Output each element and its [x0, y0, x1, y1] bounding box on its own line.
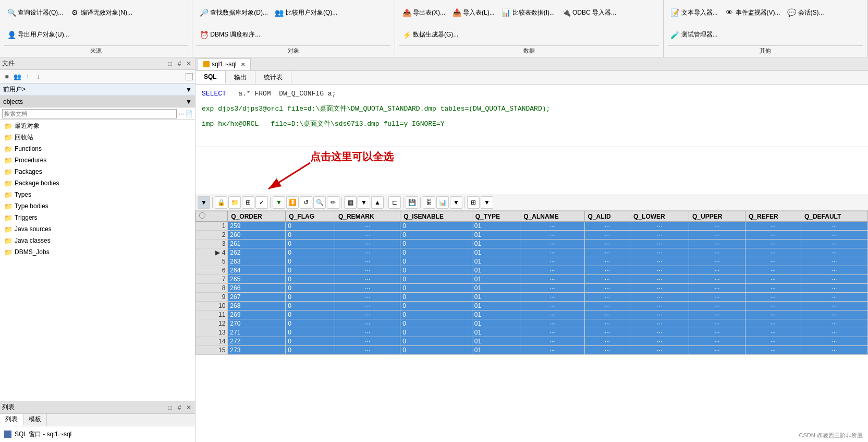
col-q-lower[interactable]: Q_LOWER: [630, 211, 689, 222]
table-row[interactable]: 8 266 0 ··· 0 01 ··· ··· ··· ··· ··· ···: [196, 284, 868, 293]
table-row[interactable]: 6 264 0 ··· 0 01 ··· ··· ··· ··· ··· ···: [196, 266, 868, 275]
clear-btn[interactable]: ✏: [327, 196, 339, 209]
down-bottom-btn[interactable]: ⏬: [286, 196, 299, 209]
new-btn[interactable]: ■: [2, 72, 11, 81]
col-q-default[interactable]: Q_DEFAULT: [801, 211, 867, 222]
tree-item-types[interactable]: 📁 Types: [0, 189, 195, 200]
test-manager-btn[interactable]: 🧪 测试管理器...: [668, 25, 721, 46]
import-table-btn[interactable]: 📥 导入表(L)...: [449, 2, 498, 23]
tree-item-type-bodies[interactable]: 📁 Type bodies: [0, 200, 195, 212]
check-btn[interactable]: ✓: [255, 196, 268, 209]
tree-item-functions[interactable]: 📁 Functions: [0, 143, 195, 154]
tree-item-java-classes[interactable]: 📁 Java classes: [0, 235, 195, 246]
tab-sql[interactable]: SQL: [195, 71, 226, 84]
col-q-alname[interactable]: Q_ALNAME: [520, 211, 584, 222]
left-bottom-minimize-btn[interactable]: □: [166, 403, 174, 412]
col-q-isenable[interactable]: Q_ISENABLE: [400, 211, 472, 222]
table-row[interactable]: 1 259 0 ··· 0 01 ··· ··· ··· ··· ··· ···: [196, 222, 868, 231]
odbc-import-btn[interactable]: 🔌 ODBC 导入器...: [559, 2, 619, 23]
tree-item-triggers[interactable]: 📁 Triggers: [0, 212, 195, 223]
query-designer-btn[interactable]: 🔍 查询设计器(Q)...: [4, 2, 66, 23]
session-btn[interactable]: 💬 会话(S)...: [785, 2, 827, 23]
grid-btn[interactable]: ▦: [344, 196, 357, 209]
col-select[interactable]: [196, 211, 228, 222]
col-q-alid[interactable]: Q_ALID: [584, 211, 630, 222]
table-row[interactable]: 13 271 0 ··· 0 01 ··· ··· ··· ··· ··· ··…: [196, 328, 868, 337]
table-row[interactable]: 12 270 0 ··· 0 01 ··· ··· ··· ··· ··· ··…: [196, 319, 868, 328]
grid-nav-btn[interactable]: ▼: [198, 196, 210, 209]
sql-editor[interactable]: SELECT a.* FROM DW_Q_CONFIG a; exp djps3…: [195, 85, 868, 147]
table-row[interactable]: 7 265 0 ··· 0 01 ··· ··· ··· ··· ··· ···: [196, 275, 868, 284]
tab-statistics[interactable]: 统计表: [255, 71, 291, 84]
tree-item-java-sources[interactable]: 📁 Java sources: [0, 223, 195, 235]
search-input[interactable]: [2, 109, 177, 118]
up-arrow2-btn[interactable]: ▲: [371, 196, 384, 209]
down-arrow-btn[interactable]: ▼: [273, 196, 285, 209]
left-panel-minimize-btn[interactable]: □: [166, 59, 174, 68]
search-btn[interactable]: ···: [179, 110, 184, 117]
up-btn[interactable]: ↑: [23, 72, 32, 81]
dbms-scheduler-btn[interactable]: ⏰ DBMS 调度程序...: [197, 25, 263, 46]
connect-btn[interactable]: ⊏: [388, 196, 401, 209]
table-row[interactable]: 3 261 0 ··· 0 01 ··· ··· ··· ··· ··· ···: [196, 240, 868, 248]
lock-btn[interactable]: 🔒: [215, 196, 227, 209]
event-monitor-btn[interactable]: 👁 事件监视器(V)...: [722, 2, 784, 23]
tree-item-package-bodies[interactable]: 📁 Package bodies: [0, 177, 195, 189]
tab-list[interactable]: 列表: [0, 414, 23, 426]
left-panel-pin-btn[interactable]: #: [175, 59, 184, 68]
export-user-objects-btn[interactable]: 👤 导出用户对象(U)...: [4, 25, 72, 46]
filter-btn[interactable]: ⊞: [242, 196, 254, 209]
tree-item-packages[interactable]: 📁 Packages: [0, 166, 195, 177]
refresh-btn[interactable]: ↺: [300, 196, 312, 209]
table-row[interactable]: 9 267 0 ··· 0 01 ··· ··· ··· ··· ··· ···: [196, 293, 868, 302]
toggle-btn[interactable]: [186, 73, 193, 80]
export-table-btn[interactable]: 📤 导出表(X)...: [399, 2, 448, 23]
chart-btn[interactable]: 📊: [436, 196, 449, 209]
doc-tab-close-btn[interactable]: ✕: [241, 62, 245, 67]
table-row[interactable]: ▶ 4 262 0 ··· 0 01 ··· ··· ··· ··· ··· ·…: [196, 248, 868, 257]
left-panel-close-btn[interactable]: ✕: [185, 59, 193, 68]
data-generator-btn[interactable]: ⚡ 数据生成器(G)...: [399, 25, 461, 46]
search-expand-btn[interactable]: 📄: [185, 110, 193, 117]
table-row[interactable]: 15 273 0 ··· 0 01 ··· ··· ··· ··· ··· ··…: [196, 346, 868, 355]
data-grid[interactable]: Q_ORDER Q_FLAG Q_REMARK Q_ISENABLE Q_TYP…: [195, 211, 868, 442]
col-q-order[interactable]: Q_ORDER: [228, 211, 286, 222]
table-row[interactable]: 11 269 0 ··· 0 01 ··· ··· ··· ··· ··· ··…: [196, 310, 868, 319]
compile-invalid-btn[interactable]: ⚙ 编译无效对象(N)...: [67, 2, 136, 23]
table-row[interactable]: 2 260 0 ··· 0 01 ··· ··· ··· ··· ··· ···: [196, 231, 868, 240]
col-q-type[interactable]: Q_TYPE: [472, 211, 520, 222]
grid-arrow-btn[interactable]: ▼: [358, 196, 370, 209]
col-q-upper[interactable]: Q_UPPER: [689, 211, 745, 222]
table-arrow-btn[interactable]: ▼: [481, 196, 493, 209]
tree-view[interactable]: 📁 最近对象 📁 回收站 📁 Functions 📁 Procedures 📁 …: [0, 120, 195, 401]
table-row[interactable]: 10 268 0 ··· 0 01 ··· ··· ··· ··· ··· ··…: [196, 302, 868, 310]
chart-arrow-btn[interactable]: ▼: [450, 196, 462, 209]
save-btn[interactable]: 💾: [406, 196, 418, 209]
doc-tab-sql1[interactable]: sql1.~sql ✕: [198, 58, 251, 70]
table-row[interactable]: 14 272 0 ··· 0 01 ··· ··· ··· ··· ··· ··…: [196, 337, 868, 346]
down-btn[interactable]: ↓: [33, 72, 43, 81]
left-bottom-close-btn[interactable]: ✕: [185, 403, 193, 412]
compare-user-objects-btn[interactable]: 👥 比较用户对象(Q)...: [272, 2, 340, 23]
data-btn[interactable]: 🗄: [423, 196, 435, 209]
col-q-flag[interactable]: Q_FLAG: [286, 211, 335, 222]
user-dropdown[interactable]: 前用户> ▼: [0, 83, 195, 96]
tab-template[interactable]: 模板: [23, 414, 47, 426]
table-btn[interactable]: ⊞: [467, 196, 480, 209]
binoculars-btn[interactable]: 🔍: [313, 196, 326, 209]
tree-item-procedures[interactable]: 📁 Procedures: [0, 154, 195, 166]
folder-btn[interactable]: 📁: [228, 196, 241, 209]
col-q-remark[interactable]: Q_REMARK: [335, 211, 400, 222]
people-btn[interactable]: 👥: [13, 72, 22, 81]
tree-item-recent-objects[interactable]: 📁 最近对象: [0, 120, 195, 132]
tab-output[interactable]: 输出: [226, 71, 255, 84]
col-q-refer[interactable]: Q_REFER: [745, 211, 801, 222]
tree-item-dbms-jobs[interactable]: 📁 DBMS_Jobs: [0, 246, 195, 258]
tree-item-recycle[interactable]: 📁 回收站: [0, 132, 195, 143]
left-bottom-pin-btn[interactable]: #: [175, 403, 184, 412]
cell-q-remark: ···: [335, 337, 400, 346]
text-importer-btn[interactable]: 📝 文本导入器...: [668, 2, 721, 23]
table-row[interactable]: 5 263 0 ··· 0 01 ··· ··· ··· ··· ··· ···: [196, 257, 868, 266]
find-db-objects-btn[interactable]: 🔎 查找数据库对象(D)...: [197, 2, 271, 23]
compare-table-data-btn[interactable]: 📊 比较表数据(I)...: [499, 2, 558, 23]
